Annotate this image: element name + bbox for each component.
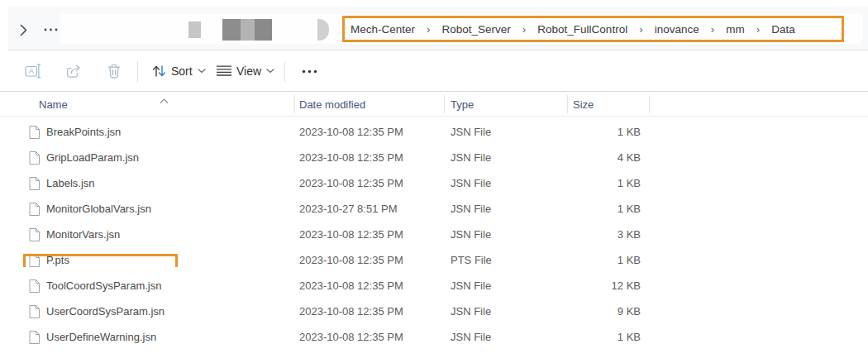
file-icon: [29, 305, 40, 318]
table-row[interactable]: MonitorGlobalVars.jsn 2023-10-27 8:51 PM…: [0, 196, 868, 222]
file-name: UserDefineWarning.jsn: [46, 331, 156, 343]
file-name: BreakPoints.jsn: [46, 126, 121, 138]
table-row[interactable]: Labels.jsn 2023-10-08 12:35 PM JSN File …: [0, 170, 868, 196]
file-name: UserCoordSysParam.jsn: [46, 305, 165, 318]
rename-icon: A: [25, 64, 41, 79]
svg-text:A: A: [29, 66, 35, 75]
column-header-date-modified[interactable]: Date modified: [294, 98, 444, 111]
file-size: 1 KB: [567, 177, 649, 189]
file-type: JSN File: [444, 177, 567, 189]
column-header-size[interactable]: Size: [567, 98, 649, 111]
sort-ascending-icon: [160, 93, 169, 106]
view-label: View: [236, 64, 261, 78]
file-type: JSN File: [444, 126, 567, 138]
annotation-box-breadcrumb: Mech-Center›Robot_Server›Robot_FullContr…: [342, 16, 844, 42]
file-type: JSN File: [444, 228, 567, 241]
file-size: 12 KB: [567, 279, 649, 292]
navigation-bar: Mech-Center›Robot_Server›Robot_FullContr…: [8, 7, 868, 50]
redacted-path-segment: [255, 19, 272, 41]
file-icon: [29, 126, 40, 139]
table-row[interactable]: ToolCoordSysParam.jsn 2023-10-08 12:35 P…: [0, 273, 868, 299]
table-row[interactable]: GripLoadParam.jsn 2023-10-08 12:35 PM JS…: [0, 145, 868, 170]
file-size: 3 KB: [567, 228, 649, 241]
file-name: MonitorGlobalVars.jsn: [46, 203, 151, 215]
chevron-down-icon: [266, 69, 274, 74]
file-size: 1 KB: [567, 203, 649, 215]
breadcrumb-separator-icon: ›: [522, 23, 527, 36]
share-button[interactable]: [60, 59, 87, 84]
table-row[interactable]: UserDefineWarning.jsn 2023-10-08 12:35 P…: [0, 324, 868, 350]
breadcrumb: Mech-Center›Robot_Server›Robot_FullContr…: [349, 23, 797, 36]
redacted-path-segment: [188, 21, 201, 38]
table-row[interactable]: UserCoordSysParam.jsn 2023-10-08 12:35 P…: [0, 299, 868, 324]
toolbar-divider: [284, 61, 285, 82]
file-icon: [29, 254, 40, 267]
file-explorer-window: Mech-Center›Robot_Server›Robot_FullContr…: [0, 0, 868, 363]
file-name: GripLoadParam.jsn: [46, 151, 139, 164]
forward-button[interactable]: [15, 22, 31, 37]
rename-button[interactable]: A: [20, 59, 46, 84]
sort-icon: [152, 64, 166, 78]
file-icon: [29, 203, 40, 216]
file-date-modified: 2023-10-08 12:35 PM: [294, 254, 444, 266]
file-size: 9 KB: [567, 305, 649, 318]
breadcrumb-item[interactable]: Robot_Server: [441, 23, 513, 36]
file-date-modified: 2023-10-08 12:35 PM: [294, 177, 444, 189]
see-more-button[interactable]: [294, 59, 324, 84]
sort-button[interactable]: Sort: [149, 59, 209, 84]
file-name: MonitorVars.jsn: [46, 228, 120, 241]
file-list: BreakPoints.jsn 2023-10-08 12:35 PM JSN …: [0, 119, 868, 350]
nav-more-button[interactable]: [40, 22, 61, 37]
view-icon: [217, 65, 231, 77]
breadcrumb-item[interactable]: inovance: [653, 23, 701, 36]
column-divider[interactable]: [649, 95, 650, 113]
file-icon: [29, 177, 40, 190]
breadcrumb-item[interactable]: Robot_FullControl: [536, 23, 629, 36]
column-header-type[interactable]: Type: [444, 98, 567, 111]
ellipsis-icon: [44, 28, 58, 31]
delete-button[interactable]: [101, 59, 127, 84]
toolbar-divider: [137, 61, 138, 82]
file-date-modified: 2023-10-08 12:35 PM: [294, 331, 444, 343]
file-icon: [29, 228, 40, 241]
table-row[interactable]: BreakPoints.jsn 2023-10-08 12:35 PM JSN …: [0, 119, 868, 145]
breadcrumb-separator-icon: ›: [639, 23, 643, 36]
breadcrumb-separator-icon: ›: [427, 23, 431, 36]
file-name: P.pts: [46, 254, 69, 266]
file-date-modified: 2023-10-27 8:51 PM: [294, 203, 444, 215]
share-icon: [66, 64, 81, 79]
chevron-down-icon: [198, 69, 206, 74]
file-date-modified: 2023-10-08 12:35 PM: [294, 126, 444, 138]
column-header-row: Name Date modified Type Size: [0, 93, 868, 117]
table-row[interactable]: P.pts 2023-10-08 12:35 PM PTS File 1 KB: [0, 247, 868, 273]
file-size: 4 KB: [567, 151, 649, 164]
file-date-modified: 2023-10-08 12:35 PM: [294, 305, 444, 318]
file-type: JSN File: [444, 331, 567, 343]
file-size: 1 KB: [567, 331, 649, 343]
file-type: JSN File: [444, 305, 567, 318]
file-size: 1 KB: [567, 126, 649, 138]
table-row[interactable]: MonitorVars.jsn 2023-10-08 12:35 PM JSN …: [0, 222, 868, 247]
redacted-path-segment: [241, 19, 255, 41]
breadcrumb-item[interactable]: mm: [724, 23, 746, 36]
file-name: ToolCoordSysParam.jsn: [46, 279, 161, 292]
breadcrumb-separator-icon: ›: [711, 23, 715, 36]
breadcrumb-item[interactable]: Data: [770, 23, 797, 36]
file-type: PTS File: [444, 254, 567, 266]
trash-icon: [107, 64, 121, 79]
column-header-name[interactable]: Name: [0, 98, 294, 111]
view-button[interactable]: View: [213, 59, 278, 84]
column-divider[interactable]: [444, 95, 445, 113]
file-date-modified: 2023-10-08 12:35 PM: [294, 151, 444, 164]
chevron-right-icon: [20, 24, 27, 36]
file-icon: [29, 151, 40, 165]
column-divider[interactable]: [294, 95, 295, 113]
breadcrumb-item[interactable]: Mech-Center: [349, 23, 417, 36]
column-divider[interactable]: [567, 95, 568, 113]
breadcrumb-separator-icon: ›: [756, 23, 761, 36]
redacted-path-segment: [222, 19, 241, 41]
file-icon: [29, 331, 40, 344]
file-date-modified: 2023-10-08 12:35 PM: [294, 279, 444, 292]
file-type: JSN File: [444, 203, 567, 215]
file-name: Labels.jsn: [46, 177, 95, 189]
